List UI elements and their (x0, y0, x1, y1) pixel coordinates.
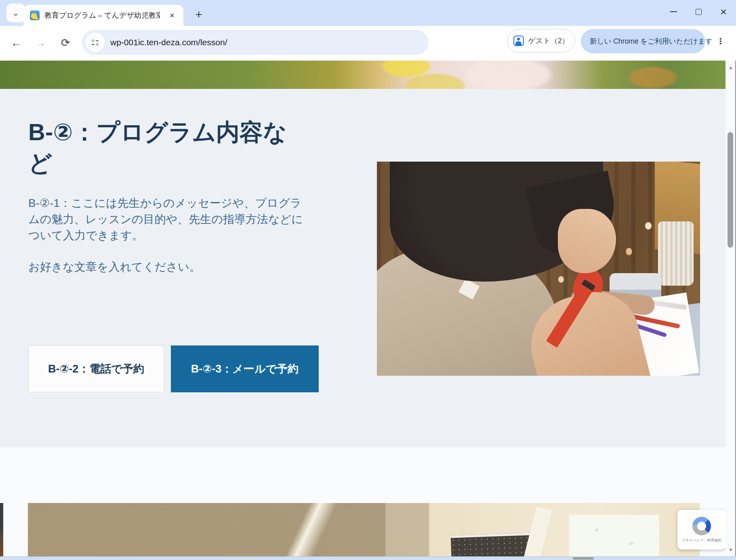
plus-icon: + (195, 8, 202, 21)
scroll-up-button[interactable]: ▲ (725, 62, 736, 73)
reservation-buttons: B-②-2：電話で予約 B-②-3：メールで予約 (28, 345, 319, 392)
profile-button[interactable]: ゲスト（2） (507, 29, 575, 53)
maximize-icon (696, 9, 702, 15)
chrome-update-label: 新しい Chrome をご利用いただけます (590, 36, 713, 46)
back-button[interactable]: ← (6, 33, 26, 53)
recaptcha-label: プライバシー・利用規約 (682, 538, 721, 543)
photo-mesh-window (450, 533, 532, 557)
chevron-down-icon: ⌄ (13, 8, 19, 18)
photo-basket (658, 221, 694, 286)
site-settings-button[interactable] (85, 33, 105, 52)
scroll-up-icon: ▲ (728, 65, 733, 70)
scroll-down-icon: ▼ (728, 547, 733, 553)
recaptcha-icon (692, 517, 711, 535)
window-controls: ✕ (661, 0, 736, 23)
chrome-update-button[interactable]: 新しい Chrome をご利用いただけます ⋮ (581, 29, 705, 53)
tune-icon (92, 40, 99, 46)
photo-window-frame (521, 506, 552, 557)
forward-icon: → (35, 37, 46, 49)
window-bottom-edge (0, 556, 736, 560)
guest-avatar-icon (513, 36, 524, 46)
program-note: お好きな文章を入れてください。 (28, 259, 305, 275)
recaptcha-badge[interactable]: プライバシー・利用規約 (677, 510, 726, 549)
close-icon: ✕ (720, 8, 727, 16)
close-button[interactable]: ✕ (711, 0, 736, 23)
hero-image (0, 61, 725, 89)
photo-bright-window (569, 515, 660, 557)
tab-close-icon[interactable]: ✕ (166, 10, 178, 21)
minimize-button[interactable] (661, 0, 686, 23)
photo-face (558, 209, 616, 273)
child-drawing-photo (377, 162, 700, 376)
browser-toolbar: ← → ⟳ wp-001ic.ten-deza.com/lesson/ ゲスト（… (0, 26, 736, 61)
scrollbar-thumb[interactable] (728, 132, 733, 248)
url-text[interactable]: wp-001ic.ten-deza.com/lesson/ (110, 38, 227, 47)
forward-button[interactable]: → (31, 33, 50, 53)
minimize-icon (670, 11, 677, 12)
browser-tab[interactable]: 教育プログラム – てんデザ幼児教室 ✕ (23, 5, 183, 26)
classroom-photo (28, 503, 700, 557)
tab-strip: ⌄ 教育プログラム – てんデザ幼児教室 ✕ + ✕ (0, 0, 736, 26)
maximize-button[interactable] (686, 0, 711, 23)
site-favicon (30, 11, 40, 20)
reload-icon: ⟳ (61, 36, 70, 49)
mail-reserve-button[interactable]: B-②-3：メールで予約 (171, 345, 319, 392)
menu-kebab-icon[interactable]: ⋮ (717, 36, 725, 46)
program-description: B-②-1：ここには先生からのメッセージや、プログラムの魅力、レッスンの目的や、… (28, 195, 305, 244)
tab-search-button[interactable]: ⌄ (6, 4, 25, 22)
vertical-scrollbar[interactable]: ▲ ▼ (725, 61, 736, 557)
back-icon: ← (11, 37, 22, 49)
page-title: B-②：プログラム内容など (28, 116, 290, 179)
new-tab-button[interactable]: + (190, 6, 208, 23)
guest-label: ゲスト（2） (528, 36, 569, 46)
window-edge-photo-sliver (0, 503, 3, 557)
horizontal-scrollbar-thumb[interactable] (573, 557, 594, 560)
address-bar[interactable]: wp-001ic.ten-deza.com/lesson/ (82, 30, 429, 55)
tab-title: 教育プログラム – てんデザ幼児教室 (44, 11, 160, 20)
scroll-down-button[interactable]: ▼ (725, 545, 736, 555)
phone-reserve-button[interactable]: B-②-2：電話で予約 (28, 345, 164, 392)
reload-button[interactable]: ⟳ (56, 33, 75, 53)
